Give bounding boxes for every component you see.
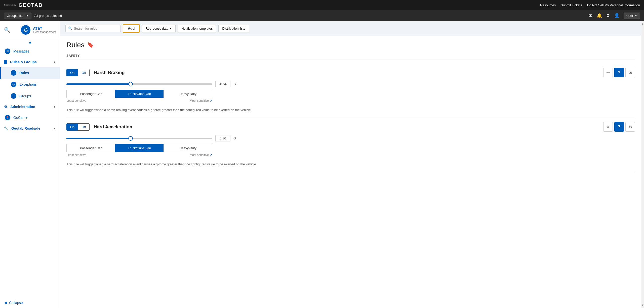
slider-thumb[interactable] [128,136,133,141]
geotab-brand: GEOTAB [19,2,43,8]
rule-header: On Off Harsh Braking ✏ ? ✉ [66,68,635,77]
rule-description: This rule will trigger when a harsh brak… [66,108,635,112]
main-content: 🔍 Add Reprocess data ▼ Notification temp… [60,21,641,308]
rule-actions: ✏ ? ✉ [603,122,635,132]
edit-button[interactable]: ✏ [603,122,613,132]
external-link-icon[interactable]: ↗ [210,153,212,157]
chevron-left-icon: ◀ [4,300,7,305]
sidebar-item-groups[interactable]: ⋮ Groups [0,90,60,102]
groups-filter-label: Groups filter [7,14,25,18]
help-button[interactable]: ? [614,122,624,132]
email-button[interactable]: ✉ [625,122,635,132]
sidebar-item-messages[interactable]: ✉ Messages [0,45,60,57]
user-badge[interactable]: User ▼ [624,13,640,19]
truck-cube-van-button[interactable]: Truck/Cube Van [115,90,164,98]
groups-filter-button[interactable]: Groups filter ▼ [4,13,31,19]
groups-filter-bar: Groups filter ▼ All groups selected ✉ 🔔 … [0,10,644,21]
sidebar-header: 🔍 AT&T Fleet Management [0,21,60,39]
sidebar-scroll-up[interactable]: ▲ [0,39,60,45]
bell-icon[interactable]: 🔔 [596,13,602,18]
slider-value: 0.36 [215,135,230,141]
sidebar-item-rules[interactable]: ▣ Rules [0,67,60,79]
least-sensitive-label: Least sensitive [66,153,86,157]
groups-icon: ⋮ [11,93,16,99]
page-title: Rules 🔖 [66,41,635,49]
content-area: Rules 🔖 SAFETY On Off Harsh Braking ✏ [60,36,641,308]
sidebar-item-label: Exceptions [19,82,36,86]
notification-templates-button[interactable]: Notification templates [178,25,216,32]
scroll-up-arrow[interactable]: ▲ [640,21,644,27]
sensitivity-labels: Least sensitive Most sensitive ↗ [66,98,212,104]
search-icon: 🔍 [68,26,72,30]
rule-harsh-braking: On Off Harsh Braking ✏ ? ✉ [66,63,635,117]
chevron-down-icon: ▼ [169,27,172,30]
toolbar: 🔍 Add Reprocess data ▼ Notification temp… [60,21,641,36]
sidebar-item-label: Rules & Groups [10,60,37,64]
mail-icon[interactable]: ✉ [589,13,592,18]
search-input[interactable] [74,27,118,30]
user-name: User [626,14,633,18]
email-icon: ✉ [629,70,632,75]
question-icon: ? [618,70,620,75]
chevron-down-icon: ▼ [26,14,29,17]
sidebar-item-rules-groups[interactable]: ◎ Rules & Groups ▲ [0,57,60,67]
least-sensitive-label: Least sensitive [66,99,86,102]
help-button[interactable]: ? [614,68,624,77]
search-icon[interactable]: 🔍 [4,27,10,33]
sidebar-collapse-button[interactable]: ◀ Collapse [0,297,60,308]
gear-icon[interactable]: ⚙ [606,13,610,18]
rule-name: Hard Acceleration [94,124,603,130]
administration-icon: ⚙ [4,105,7,109]
sensitivity-labels: Least sensitive Most sensitive ↗ [66,152,212,158]
do-not-sell-link[interactable]: Do Not Sell My Personal Information [587,3,640,7]
resources-link[interactable]: Resources [540,3,556,7]
sidebar-item-exceptions[interactable]: ◎ Exceptions [0,79,60,90]
scrollbar[interactable]: ▲ ▼ [641,21,644,308]
distribution-lists-button[interactable]: Distribution lists [218,25,249,32]
submit-tickets-link[interactable]: Submit Tickets [561,3,582,7]
reprocess-label: Reprocess data [145,27,168,30]
sidebar-item-label: Messages [13,49,29,53]
sidebar-item-label: GoCam+ [13,116,27,120]
most-sensitive-label: Most sensitive ↗ [190,153,212,157]
bookmark-icon[interactable]: 🔖 [87,42,94,48]
reprocess-data-button[interactable]: Reprocess data ▼ [142,25,176,32]
powered-by-label: Powered by [4,4,16,6]
exceptions-icon: ◎ [11,82,16,87]
most-sensitive-label: Most sensitive ↗ [190,99,212,102]
slider-track[interactable] [66,83,212,85]
toggle-group-harsh-braking: On Off [66,69,90,76]
sidebar-logo-sub: Fleet Management [33,30,56,33]
external-link-icon[interactable]: ↗ [210,99,212,102]
truck-cube-van-button[interactable]: Truck/Cube Van [115,144,164,152]
sidebar-item-label: Administration [10,105,35,109]
vehicle-type-buttons: Passenger Car Truck/Cube Van Heavy-Duty [66,144,212,152]
slider-wrapper: -0.54 G [66,81,635,87]
rule-header: On Off Hard Acceleration ✏ ? ✉ [66,122,635,132]
sidebar-item-label: Groups [19,94,31,98]
edit-button[interactable]: ✏ [603,68,613,77]
sidebar-item-gocam[interactable]: 📍 GoCam+ [0,112,60,123]
passenger-car-button[interactable]: Passenger Car [67,90,115,98]
heavy-duty-button[interactable]: Heavy-Duty [164,144,212,152]
add-button[interactable]: Add [123,24,140,33]
toggle-off-button[interactable]: Off [78,69,89,76]
logo: Powered by GEOTAB [4,2,43,8]
email-button[interactable]: ✉ [625,68,635,77]
sidebar-item-geotab-roadside[interactable]: 🔧 Geotab Roadside ▼ [0,123,60,133]
slider-thumb[interactable] [128,82,133,86]
toggle-on-button[interactable]: On [67,69,78,76]
user-icon[interactable]: 👤 [614,13,620,18]
rule-hard-acceleration: On Off Hard Acceleration ✏ ? ✉ [66,117,635,171]
toggle-on-button[interactable]: On [67,124,78,130]
search-box[interactable]: 🔍 [65,25,121,32]
scroll-down-arrow[interactable]: ▼ [640,302,644,308]
chevron-up-icon: ▲ [53,60,56,64]
slider-track[interactable] [66,138,212,139]
heavy-duty-button[interactable]: Heavy-Duty [164,90,212,98]
top-nav-links: Resources Submit Tickets Do Not Sell My … [540,3,640,7]
sidebar-item-administration[interactable]: ⚙ Administration ▼ [0,102,60,112]
passenger-car-button[interactable]: Passenger Car [67,144,115,152]
toggle-off-button[interactable]: Off [78,124,89,130]
sidebar-nav: ✉ Messages ◎ Rules & Groups ▲ ▣ Rules ◎ … [0,45,60,297]
